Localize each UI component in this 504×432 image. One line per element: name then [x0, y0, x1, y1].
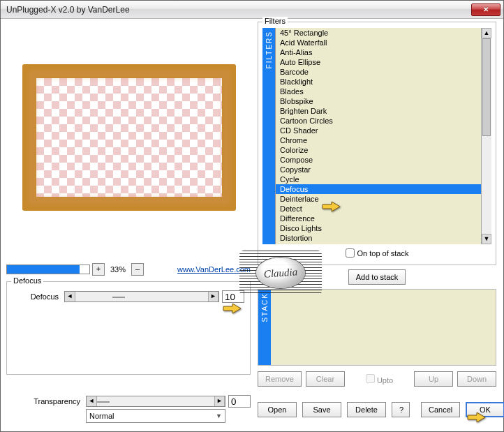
- zoom-in-button[interactable]: +: [92, 263, 105, 276]
- ok-button[interactable]: OK: [466, 402, 504, 417]
- list-item[interactable]: Brighten Dark: [276, 106, 481, 116]
- app-window: UnPlugged-X v2.0 by VanDerLee ✕ + 33% – …: [0, 0, 504, 432]
- stack-list[interactable]: [271, 290, 496, 365]
- add-to-stack-button[interactable]: Add to stack: [348, 269, 406, 285]
- vendor-link[interactable]: www.VanDerLee.com: [177, 265, 251, 274]
- list-item[interactable]: Barcode: [276, 67, 481, 77]
- list-item[interactable]: Acid Waterfall: [276, 38, 481, 47]
- right-pane: Filters FILTERS 45° RectangleAcid Waterf…: [258, 22, 496, 427]
- upto-checkbox-label[interactable]: Upto: [366, 374, 393, 385]
- transparency-slider[interactable]: ◄ ►: [86, 396, 225, 407]
- defocus-group-title: Defocus: [11, 276, 43, 285]
- list-item[interactable]: Disco Lights: [276, 223, 481, 233]
- list-item[interactable]: Defocus: [276, 184, 481, 194]
- remove-button[interactable]: Remove: [258, 371, 302, 387]
- slider-left-arrow[interactable]: ◄: [87, 396, 97, 406]
- defocus-label: Defocus: [13, 292, 61, 301]
- zoom-out-button[interactable]: –: [131, 263, 144, 276]
- list-item[interactable]: Cycle: [276, 174, 481, 184]
- zoom-row: + 33% – www.VanDerLee.com: [6, 262, 251, 277]
- slider-right-arrow[interactable]: ►: [208, 292, 218, 301]
- stack-buttons: Remove Clear Upto Up Down: [258, 371, 496, 387]
- upto-checkbox[interactable]: [366, 374, 375, 383]
- list-item[interactable]: Blobspike: [276, 96, 481, 106]
- list-item[interactable]: Distortion: [276, 233, 481, 243]
- ontop-row: On top of stack: [262, 244, 491, 262]
- scroll-thumb[interactable]: [482, 38, 491, 136]
- blend-mode-select[interactable]: Normal ▼: [86, 409, 225, 423]
- preview-area: [10, 22, 246, 238]
- transparency-controls: Transparency ◄ ► Normal ▼: [6, 394, 251, 424]
- stack-box: STACK: [258, 289, 496, 366]
- list-item[interactable]: Auto Ellipse: [276, 57, 481, 67]
- filters-list-wrap: 45° RectangleAcid WaterfallAnti-AliasAut…: [275, 28, 491, 244]
- list-item[interactable]: Detect: [276, 204, 481, 214]
- list-item[interactable]: Chrome: [276, 135, 481, 145]
- preview-image: [22, 64, 236, 211]
- transparency-label: Transparency: [6, 397, 83, 405]
- close-button[interactable]: ✕: [471, 3, 501, 16]
- down-button[interactable]: Down: [457, 371, 496, 387]
- progress-bar[interactable]: [6, 265, 90, 274]
- list-item[interactable]: Blacklight: [276, 77, 481, 87]
- ontop-checkbox-label[interactable]: On top of stack: [346, 249, 409, 258]
- content: + 33% – www.VanDerLee.com Defocus Defocu…: [1, 19, 503, 431]
- ontop-checkbox[interactable]: [346, 248, 355, 258]
- filters-box: FILTERS 45° RectangleAcid WaterfallAnti-…: [262, 28, 491, 244]
- titlebar: UnPlugged-X v2.0 by VanDerLee ✕: [1, 1, 503, 19]
- open-button[interactable]: Open: [258, 402, 297, 417]
- left-pane: + 33% – www.VanDerLee.com Defocus Defocu…: [6, 22, 251, 427]
- list-item[interactable]: Copystar: [276, 165, 481, 174]
- zoom-value: 33%: [107, 265, 129, 274]
- dialog-buttons: Open Save Delete ? Cancel OK: [258, 402, 496, 417]
- delete-button[interactable]: Delete: [347, 402, 386, 417]
- window-title: UnPlugged-X v2.0 by VanDerLee: [6, 5, 471, 15]
- save-button[interactable]: Save: [302, 402, 341, 417]
- list-item[interactable]: Anti-Alias: [276, 47, 481, 57]
- filters-vlabel: FILTERS: [262, 28, 275, 244]
- list-item[interactable]: 45° Rectangle: [276, 28, 481, 38]
- stack-vlabel: STACK: [258, 290, 271, 365]
- list-item[interactable]: Compose: [276, 155, 481, 165]
- help-button[interactable]: ?: [392, 402, 410, 417]
- filters-group: Filters FILTERS 45° RectangleAcid Waterf…: [258, 22, 496, 265]
- list-item[interactable]: Cartoon Circles: [276, 116, 481, 126]
- defocus-slider[interactable]: ◄ ►: [64, 291, 219, 302]
- defocus-value-input[interactable]: [222, 290, 244, 303]
- scroll-up-button[interactable]: ▲: [482, 28, 491, 38]
- filters-scrollbar[interactable]: ▲ ▼: [481, 28, 491, 244]
- chevron-down-icon: ▼: [216, 412, 222, 419]
- clear-button[interactable]: Clear: [306, 371, 345, 387]
- defocus-row: Defocus ◄ ►: [13, 290, 244, 303]
- slider-right-arrow[interactable]: ►: [214, 396, 225, 406]
- up-button[interactable]: Up: [414, 371, 453, 387]
- cancel-button[interactable]: Cancel: [421, 402, 460, 417]
- list-item[interactable]: Difference: [276, 214, 481, 223]
- blend-mode-value: Normal: [89, 412, 114, 420]
- filters-group-title: Filters: [262, 17, 288, 25]
- scroll-down-button[interactable]: ▼: [482, 234, 491, 244]
- list-item[interactable]: CD Shader: [276, 126, 481, 135]
- list-item[interactable]: Deinterlace: [276, 194, 481, 204]
- filters-list[interactable]: 45° RectangleAcid WaterfallAnti-AliasAut…: [276, 28, 481, 244]
- transparency-value-input[interactable]: [228, 395, 251, 408]
- slider-left-arrow[interactable]: ◄: [65, 292, 75, 301]
- list-item[interactable]: Blades: [276, 87, 481, 96]
- defocus-group: Defocus Defocus ◄ ►: [6, 281, 251, 375]
- list-item[interactable]: Colorize: [276, 145, 481, 155]
